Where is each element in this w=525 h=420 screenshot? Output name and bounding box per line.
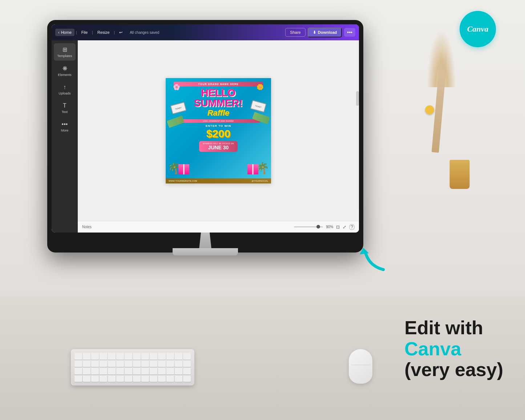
sidebar-item-more[interactable]: ••• More [54,118,76,135]
key-54 [166,375,174,382]
key-39 [158,368,166,375]
sidebar-item-templates[interactable]: ⊞ Templates [54,43,76,61]
key-17 [91,360,99,367]
file-label[interactable]: File [81,30,88,35]
brand-name-bar: YOUR BRAND NAME HERE [174,82,263,86]
summer-text: SUMMER! [194,98,243,108]
home-chevron-icon: ‹ [58,30,60,35]
vase-decoration [438,29,481,203]
key-32 [100,368,107,375]
ticket-left: TICKET [170,102,186,114]
raffle-design: 🌼 🌸 🌺 TICKET TICKET [166,78,271,183]
resize-label[interactable]: Resize [97,30,110,35]
dollar-left [167,115,185,128]
key-49 [125,375,132,382]
key-13 [175,353,182,360]
key-50 [133,375,141,382]
flower-top-left: 🌸 [173,84,180,90]
key-38 [150,368,157,375]
uploads-icon: ↑ [63,84,66,90]
raffle-footer: WWW.YOURWEBSITE.COM @YOURSOCIAL [166,178,271,183]
key-28 [183,360,191,367]
zoom-slider[interactable] [294,226,323,227]
file-nav-button[interactable]: File [78,29,91,36]
key-46 [100,375,107,382]
home-nav-button[interactable]: ‹ Home [55,29,74,36]
canvas-bottombar: Notes 90% ⊡ ⤢ ? [78,221,359,233]
brand-name-text: YOUR BRAND NAME HERE [198,83,238,85]
topbar-nav: ‹ Home | File | Resize | ↩ All chan [55,29,283,36]
key-55 [175,375,182,382]
key-3 [91,353,99,360]
uploads-label: Uploads [58,92,70,95]
help-icon[interactable]: ? [349,224,355,230]
text-label: Text [62,110,68,114]
nav-separator: | [76,31,77,35]
download-label: Download [318,30,337,35]
home-label[interactable]: Home [61,30,72,35]
zoom-thumb [316,225,320,229]
key-42 [183,368,191,375]
screen-content: ‹ Home | File | Resize | ↩ All chan [52,24,359,233]
gift-left [178,164,189,174]
key-10 [150,353,157,360]
download-button[interactable]: ⬇ Download [308,28,342,37]
vase-body [450,160,470,189]
sidebar: ⊞ Templates ❋ Elements ↑ Uploads T Text [52,40,78,233]
edit-line2: Canva [404,339,503,359]
share-button[interactable]: Share [285,28,305,37]
monitor-stand-base [173,248,238,255]
canva-badge: Canva [460,11,496,47]
templates-label: Templates [57,54,72,58]
key-27 [175,360,182,367]
canva-logo: Canva [467,24,489,34]
scrollbar-thumb[interactable] [356,91,359,106]
edit-line3: (very easy) [404,359,503,380]
key-30 [83,368,90,375]
social-text: @YOURSOCIAL [252,180,268,182]
undo-button[interactable]: ↩ [116,29,125,36]
key-36 [133,368,141,375]
key-12 [166,353,174,360]
more-options-button[interactable]: ••• [344,28,355,37]
key-24 [150,360,157,367]
key-7 [125,353,132,360]
design-canvas[interactable]: 🌼 🌸 🌺 TICKET TICKET [166,78,271,183]
resize-nav-button[interactable]: Resize [94,29,113,36]
saved-status: All changes saved [130,31,159,35]
zoom-percent[interactable]: 90% [326,225,333,229]
date-box: WINNERS WILL BE PICKED ON JUNE 30 [199,141,238,152]
zoom-controls: 90% ⊡ ⤢ ? [294,224,355,230]
key-29 [74,368,82,375]
key-14 [183,353,191,360]
fit-page-icon[interactable]: ⊡ [336,225,340,230]
keyboard-keys [74,353,191,382]
more-sidebar-label: More [61,129,69,132]
key-26 [166,360,174,367]
canvas-workspace[interactable]: 🌼 🌸 🌺 TICKET TICKET [78,40,359,221]
key-35 [125,368,132,375]
key-18 [100,360,107,367]
ticket-right: TICKET [250,100,266,113]
canvas-scrollbar[interactable] [356,40,359,209]
svg-marker-0 [360,248,369,254]
key-45 [91,375,99,382]
key-56 [183,375,191,382]
key-20 [116,360,124,367]
small-flower-decoration [425,105,434,114]
sidebar-item-text[interactable]: T Text [54,100,76,117]
sidebar-item-elements[interactable]: ❋ Elements [54,62,76,80]
canvas-area: 🌼 🌸 🌺 TICKET TICKET [78,40,359,233]
notes-label[interactable]: Notes [82,225,92,229]
fullscreen-icon[interactable]: ⤢ [343,225,346,230]
share-label: Share [290,30,300,35]
keyboard [71,349,194,385]
key-22 [133,360,141,367]
key-25 [158,360,166,367]
key-9 [141,353,149,360]
prize-amount: $200 [206,128,231,140]
key-34 [116,368,124,375]
key-5 [108,353,116,360]
key-8 [133,353,141,360]
sidebar-item-uploads[interactable]: ↑ Uploads [54,81,76,98]
